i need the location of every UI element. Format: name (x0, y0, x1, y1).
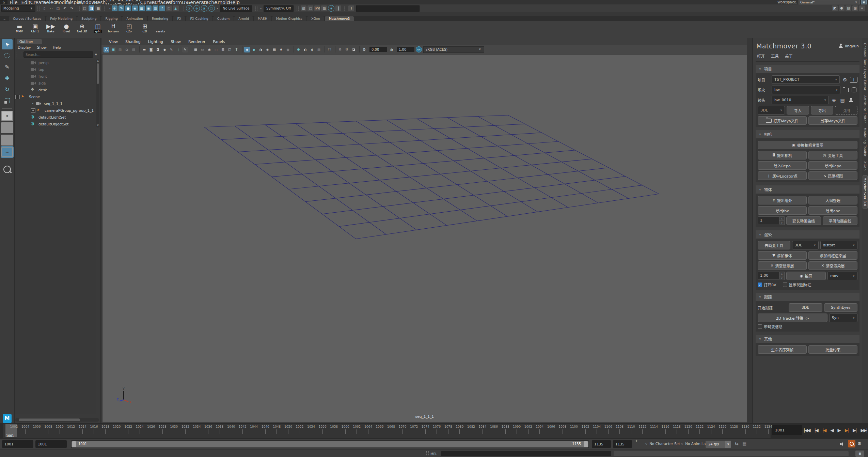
shelf-tab[interactable]: Rigging (101, 16, 122, 21)
snap-icon[interactable]: ＋ (112, 5, 117, 11)
export-button[interactable]: 导出 (811, 106, 833, 115)
statusline-icon[interactable]: ↷ (69, 5, 75, 11)
range-end-handle[interactable] (584, 441, 588, 447)
playback-button[interactable]: ▶ (838, 428, 840, 433)
fps-select[interactable]: 24 fps (706, 441, 728, 448)
color-management-toggle[interactable]: ON (416, 46, 422, 52)
range-slider[interactable]: 1001 1135 (71, 440, 589, 448)
two-pane-layout-button[interactable] (1, 135, 13, 146)
animation-preferences-icon[interactable]: ⚙ (857, 441, 862, 446)
shelf-tab[interactable]: FX (173, 16, 185, 21)
sidebar-tab[interactable]: Modeling Toolkit (863, 128, 867, 157)
render-icon[interactable]: IPR (314, 5, 320, 11)
section-header-render[interactable]: ∨渲染 (756, 230, 859, 239)
viewport-toolbar-icon[interactable] (359, 46, 360, 52)
matchmover-menu-item[interactable]: 关于 (785, 53, 793, 59)
viewport-toolbar-icon[interactable]: ◻ (213, 47, 219, 52)
sidebar-toggle-icon[interactable]: ◩ (832, 5, 838, 11)
menu-item[interactable]: Edit Mesh (106, 0, 118, 4)
playblast-format-select[interactable]: mov∨ (827, 272, 857, 280)
shelf-button[interactable]: ▶▶ Bake (43, 22, 59, 33)
outliner-item[interactable]: − Scene (15, 93, 96, 100)
shelf-button[interactable]: H horizon (106, 22, 121, 33)
shelf-tab[interactable]: Custom (213, 16, 234, 21)
playback-button[interactable]: ▶▶| (861, 428, 867, 433)
shelf-button[interactable]: ▬ MMV (12, 22, 27, 33)
shelf-tab[interactable]: Curves / Surfaces (9, 16, 45, 21)
exposure-icon[interactable]: ❂ (361, 47, 367, 52)
viewport-toolbar-icon[interactable]: A (104, 47, 109, 52)
shelf-button[interactable]: ⊕ Get 3D (74, 22, 90, 33)
move-tool[interactable]: ✚ (2, 73, 13, 83)
selection-mode-icon[interactable]: ◨ (89, 5, 94, 11)
outliner-persp-layout-button[interactable]: ≔ (1, 147, 13, 157)
viewport-menu-item[interactable]: Show (171, 40, 181, 44)
database-icon[interactable] (851, 87, 857, 93)
matchmover-menu-item[interactable]: 打开 (757, 53, 765, 59)
playback-button[interactable]: ◀ (830, 428, 833, 433)
statusline-grip[interactable] (182, 6, 184, 11)
snap-icon[interactable]: ▥ (153, 5, 158, 11)
viewport-toolbar-icon[interactable]: ◘ (155, 47, 161, 52)
tracker-convert-button[interactable]: 2D Tracker转换 -> (758, 314, 827, 322)
outliner-item[interactable]: defaultObjectSet (15, 121, 96, 127)
highlight-selection-icon[interactable]: ◭ (173, 5, 179, 11)
viewport-toolbar-icon[interactable]: ▬ (141, 47, 147, 52)
add-project-icon[interactable]: ＋ (850, 77, 857, 83)
rotate-tool[interactable]: ↻ (2, 84, 13, 94)
sidebar-tab[interactable]: Matchmover 3.0 (863, 176, 867, 209)
viewport-toolbar-icon[interactable]: ❋ (296, 47, 301, 52)
stepper-up-icon[interactable]: ∧ (779, 272, 785, 276)
viewport-toolbar-icon[interactable]: ◪ (351, 47, 357, 52)
stepper-up-icon[interactable]: ∧ (779, 216, 785, 221)
range-start-handle[interactable] (72, 441, 76, 447)
statusline-grip[interactable] (104, 6, 106, 11)
viewport-toolbar-icon[interactable]: ◖ (309, 47, 315, 52)
viewport-toolbar-icon[interactable]: ◈ (244, 47, 250, 52)
statusline-grip[interactable] (255, 6, 257, 11)
statusline-icon[interactable]: ↶ (62, 5, 68, 11)
paint-select-tool[interactable]: ✎ (2, 62, 13, 72)
search-dropdown-icon[interactable]: ▼ (95, 53, 97, 56)
playback-button[interactable]: |◀ (822, 428, 826, 433)
timeline-ruler[interactable]: 1002100410061008101010121014101610181020… (3, 424, 771, 438)
playblast-button[interactable]: ◉拍屏 (786, 272, 826, 280)
shelf-button[interactable]: assets (153, 22, 168, 33)
outliner-item[interactable]: persp (15, 59, 96, 66)
command-line-grip[interactable] (426, 451, 429, 456)
single-pane-layout-button[interactable]: ❖ (1, 111, 13, 121)
outliner-vertical-scrollbar[interactable]: ▲ ▼ (96, 59, 99, 127)
import-repo-button[interactable]: 导入Repo (758, 161, 807, 170)
history-icon[interactable]: ◕ (201, 5, 207, 12)
playback-button[interactable]: |◀◀ (804, 428, 810, 433)
render-icon[interactable]: ║ (335, 5, 341, 11)
viewport-toolbar-icon[interactable]: ◈ (265, 47, 270, 52)
selection-mode-icon[interactable]: ▩ (95, 5, 101, 11)
smooth-anim-curve-button[interactable]: 平滑动画曲线 (823, 216, 857, 225)
extend-anim-curve-button[interactable]: 延长动画曲线 (786, 216, 821, 225)
workspace-save-icon[interactable]: ▣ (861, 0, 867, 4)
extract-group-button[interactable]: ⇧提出组外 (758, 196, 807, 204)
history-icon[interactable]: ◔ (186, 5, 192, 12)
viewport-toolbar-icon[interactable]: ◱ (227, 47, 233, 52)
project-select[interactable]: TST_PROJECT∨ (772, 75, 840, 84)
expander-icon[interactable]: + (31, 108, 35, 113)
section-header-object[interactable]: ∨物体 (756, 185, 859, 194)
distort-mode-select[interactable]: distort∨ (820, 241, 858, 249)
exposure-field[interactable]: 0.00 (369, 47, 387, 52)
outliner-item[interactable]: + cameraPGroup_pgroup_1_1 (15, 107, 96, 114)
restore-view-button[interactable]: ↘还原视图 (808, 171, 857, 180)
fps-select-arrow-icon[interactable]: ▼ (725, 441, 731, 448)
sidebar-toggle-icon[interactable]: ⊟ (846, 5, 851, 11)
viewport-toolbar-icon[interactable]: ◆ (251, 47, 257, 52)
viewport-toolbar-icon[interactable]: ▦ (193, 47, 199, 52)
shelf-tab[interactable]: Sculpting (77, 16, 100, 21)
outliner-item[interactable]: top (15, 66, 96, 73)
shelf-tab[interactable]: MASH (254, 16, 271, 21)
section-header-camera[interactable]: ∨相机 (756, 130, 859, 138)
viewport-toolbar-icon[interactable]: ▩ (271, 47, 277, 52)
character-set-select[interactable]: ▽No Character Set (645, 442, 680, 446)
quick-entry-field[interactable] (356, 5, 420, 12)
viewport-toolbar-icon[interactable]: ⊞ (220, 47, 226, 52)
snap-icon[interactable]: ? (159, 5, 165, 11)
